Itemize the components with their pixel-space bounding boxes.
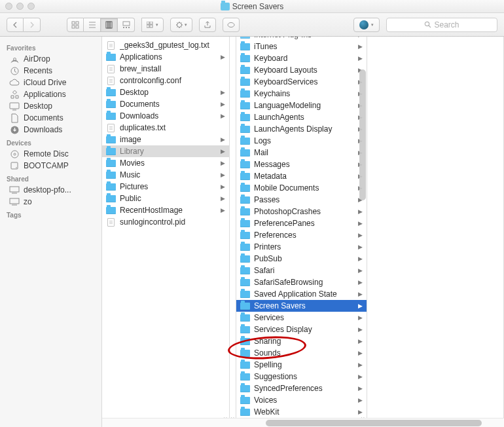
- sidebar-item[interactable]: Documents: [0, 112, 101, 124]
- list-item[interactable]: brew_install: [102, 63, 229, 75]
- list-item[interactable]: controlconfig.conf: [102, 75, 229, 86]
- list-item[interactable]: PreferencePanes▶: [236, 217, 367, 229]
- folder-icon: [240, 90, 250, 98]
- quick-look-dropdown[interactable]: ▾: [353, 18, 380, 32]
- list-item[interactable]: LaunchAgents Display▶: [236, 123, 367, 135]
- list-item-label: LaunchAgents Display: [254, 124, 354, 134]
- folder-icon: [240, 349, 250, 358]
- list-item[interactable]: _geeks3d_gputest_log.txt: [102, 39, 229, 51]
- list-item-selected[interactable]: Library▶: [102, 145, 229, 157]
- column-1[interactable]: _geeks3d_gputest_log.txtApplications▶bre…: [102, 37, 230, 427]
- list-item[interactable]: Printers▶: [236, 241, 367, 253]
- horizontal-scrollbar[interactable]: [102, 418, 504, 427]
- column-4[interactable]: [367, 37, 504, 427]
- list-item[interactable]: Suggestions▶: [236, 371, 367, 382]
- list-item[interactable]: SafariSafeBrowsing▶: [236, 276, 367, 288]
- list-item[interactable]: PhotoshopCrashes▶: [236, 206, 367, 217]
- sidebar-item[interactable]: iCloud Drive: [0, 77, 101, 88]
- list-item[interactable]: WebKit▶: [236, 406, 367, 418]
- group-button[interactable]: ▾: [141, 18, 164, 32]
- sidebar-item[interactable]: Applications: [0, 88, 101, 100]
- list-item[interactable]: Preferences▶: [236, 229, 367, 241]
- chevron-right-icon: ▶: [358, 279, 364, 286]
- list-item[interactable]: Logs▶: [236, 135, 367, 147]
- list-item[interactable]: sunlogincontrol.pid: [102, 216, 229, 228]
- sidebar-favorites-header: Favorites: [0, 41, 101, 53]
- list-item[interactable]: Downloads▶: [102, 110, 229, 122]
- list-item-label: LaunchAgents: [254, 113, 354, 122]
- list-item[interactable]: RecentHostImage▶: [102, 204, 229, 216]
- list-item[interactable]: Voices▶: [236, 394, 367, 406]
- column-3[interactable]: Internet Plug-Ins▶iTunes▶Keyboard▶Keyboa…: [236, 37, 367, 427]
- folder-icon: [240, 267, 250, 275]
- vertical-scrollbar[interactable]: [359, 69, 366, 200]
- list-item[interactable]: LanguageModeling▶: [236, 100, 367, 111]
- list-item-label: Music: [120, 170, 217, 179]
- list-item[interactable]: Messages▶: [236, 158, 367, 170]
- list-item[interactable]: Documents▶: [102, 98, 229, 110]
- column-view: _geeks3d_gputest_log.txtApplications▶bre…: [102, 37, 504, 427]
- sidebar-item-label: Remote Disc: [24, 149, 69, 158]
- list-item[interactable]: Passes▶: [236, 194, 367, 206]
- list-item[interactable]: Services▶: [236, 312, 367, 324]
- scrollbar-thumb[interactable]: [266, 420, 482, 426]
- list-item[interactable]: Safari▶: [236, 265, 367, 276]
- icon-view-button[interactable]: [67, 18, 84, 32]
- list-item[interactable]: image▶: [102, 134, 229, 145]
- share-button[interactable]: [199, 18, 216, 32]
- sidebar-item[interactable]: BOOTCAMP: [0, 160, 101, 172]
- tags-button[interactable]: [223, 18, 240, 32]
- list-item[interactable]: Public▶: [102, 193, 229, 204]
- arrange-group-buttons: ▾: [141, 18, 164, 32]
- list-item[interactable]: Sounds▶: [236, 347, 367, 359]
- list-item[interactable]: Mail▶: [236, 147, 367, 158]
- list-item[interactable]: Desktop▶: [102, 86, 229, 98]
- sidebar-item[interactable]: Downloads: [0, 124, 101, 136]
- sidebar-item[interactable]: zo: [0, 196, 101, 208]
- list-item[interactable]: Sharing▶: [236, 335, 367, 347]
- sidebar-item[interactable]: desktop-pfo...: [0, 184, 101, 196]
- list-item[interactable]: Services Display▶: [236, 324, 367, 335]
- svg-rect-17: [150, 25, 153, 28]
- sidebar-item[interactable]: Recents: [0, 65, 101, 77]
- folder-icon: [240, 184, 250, 193]
- list-item[interactable]: Keychains▶: [236, 88, 367, 100]
- list-item[interactable]: duplicates.txt: [102, 122, 229, 134]
- forward-button[interactable]: [24, 18, 41, 32]
- list-item[interactable]: iTunes▶: [236, 41, 367, 52]
- list-view-button[interactable]: [84, 18, 101, 32]
- sidebar-item[interactable]: Remote Disc: [0, 148, 101, 160]
- list-item-label: Logs: [254, 136, 354, 145]
- list-item[interactable]: Applications▶: [102, 51, 229, 63]
- list-item-label: Metadata: [254, 172, 354, 181]
- back-button[interactable]: [7, 18, 24, 32]
- list-item[interactable]: Keyboard▶: [236, 52, 367, 64]
- svg-point-28: [14, 153, 16, 155]
- search-field[interactable]: Search: [386, 18, 497, 32]
- airdrop-icon: [9, 54, 20, 64]
- action-button[interactable]: ▾: [170, 18, 192, 32]
- list-item-selected[interactable]: Screen Savers▶: [236, 300, 367, 312]
- folder-icon: [240, 149, 250, 157]
- folder-icon: [240, 302, 250, 310]
- list-item[interactable]: Metadata▶: [236, 170, 367, 182]
- folder-icon: [106, 147, 116, 156]
- gallery-view-button[interactable]: [118, 18, 135, 32]
- list-item[interactable]: LaunchAgents▶: [236, 111, 367, 123]
- column-view-button[interactable]: [101, 18, 118, 32]
- list-item[interactable]: SyncedPreferences▶: [236, 382, 367, 394]
- list-item[interactable]: Saved Application State▶: [236, 288, 367, 300]
- list-item[interactable]: KeyboardServices▶: [236, 76, 367, 88]
- list-item-label: Messages: [254, 160, 354, 169]
- list-item[interactable]: Movies▶: [102, 157, 229, 169]
- list-item[interactable]: Keyboard Layouts▶: [236, 64, 367, 76]
- list-item[interactable]: Spelling▶: [236, 359, 367, 371]
- sidebar-item[interactable]: AirDrop: [0, 53, 101, 65]
- list-item[interactable]: Music▶: [102, 169, 229, 181]
- list-item[interactable]: Pictures▶: [102, 181, 229, 193]
- list-item[interactable]: Mobile Documents▶: [236, 182, 367, 194]
- folder-icon: [240, 125, 250, 134]
- sidebar-item[interactable]: Desktop: [0, 100, 101, 112]
- list-item[interactable]: PubSub▶: [236, 253, 367, 265]
- downloads-icon: [9, 125, 20, 134]
